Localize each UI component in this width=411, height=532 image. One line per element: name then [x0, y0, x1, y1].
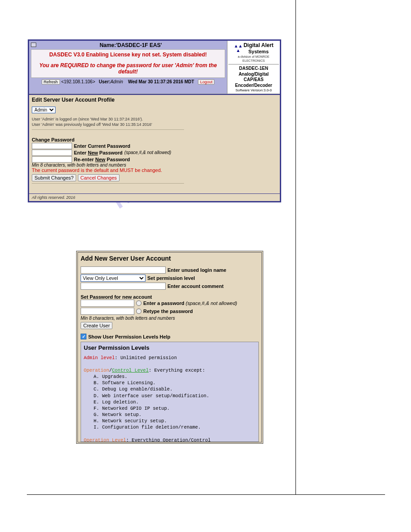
- help-list-item: F. Networked GPIO IP setup.: [94, 405, 256, 412]
- reenter-password-label: Re-enter New Password: [74, 157, 130, 162]
- password-warning: The current password is the default and …: [32, 167, 277, 173]
- add-user-title: Add New Server User Account: [81, 255, 259, 262]
- divider-2: [32, 183, 184, 184]
- new-account-password-input[interactable]: [81, 300, 134, 307]
- submit-button[interactable]: Submit Changes?: [32, 174, 76, 181]
- brand-sub2: a division of MONROE ELECTRONICS: [228, 55, 279, 63]
- operation-level-line: Operation Level: Everything Operation/Co…: [84, 437, 256, 442]
- reenter-password-input[interactable]: [32, 156, 72, 163]
- brand-name: Digital Alert: [244, 42, 274, 48]
- opcontrol-list: A. Upgrades.B. Software Licensing.C. Deb…: [84, 373, 256, 431]
- new-password-hint: (space,#,& not allowed): [124, 150, 171, 155]
- enter-password-hint: (space,#,& not allowed): [186, 300, 237, 306]
- line3: Encoder/Decoder: [228, 83, 279, 89]
- user-value: Admin: [110, 79, 123, 84]
- help-list-item: D. Web interface user setup/modification…: [94, 393, 256, 399]
- show-help-checkbox[interactable]: ✓: [81, 334, 86, 339]
- footer-text: All rights reserved. 2016: [29, 193, 280, 201]
- login-info-1: User 'Admin' is logged on (since 'Wed Ma…: [32, 117, 277, 122]
- status-row: Refresh <192.108.1.106> User:Admin Wed M…: [31, 78, 225, 86]
- vertical-divider: [295, 0, 296, 495]
- edit-user-panel: Name:'DASDEC-1F EAS' DASDEC V3.0 Enablin…: [28, 39, 281, 202]
- help-list-item: A. Upgrades.: [94, 373, 256, 380]
- name-row: Name:'DASDEC-1F EAS': [31, 42, 225, 49]
- divider: [32, 129, 184, 130]
- retype-password-input[interactable]: [81, 308, 134, 315]
- current-password-label: Enter Current Password: [74, 143, 130, 149]
- horizontal-divider: [27, 494, 385, 495]
- refresh-button[interactable]: Refresh: [42, 79, 60, 85]
- brand-sub: Systems: [248, 49, 269, 54]
- password-alert: You are REQUIRED to change the password …: [33, 62, 223, 75]
- password-radio-icon[interactable]: [136, 300, 141, 306]
- line2: CAP/EAS: [228, 77, 279, 83]
- help-list-item: B. Software Licensing.: [94, 380, 256, 386]
- new-password-label: Enter New Password: [74, 150, 123, 155]
- help-list-item: I. Configuration file deletion/rename.: [94, 424, 256, 430]
- brand-panel: ▲▲▲ Digital Alert Systems a division of …: [227, 41, 280, 94]
- brand-logo: ▲▲▲ Digital Alert Systems: [228, 42, 279, 55]
- ip-address: <192.108.1.106>: [61, 79, 95, 84]
- user-select[interactable]: Admin: [32, 107, 56, 113]
- help-list-item: G. Network setup.: [94, 412, 256, 418]
- help-title: User Permission Levels: [84, 344, 256, 352]
- model: DASDEC-1EN: [228, 66, 279, 72]
- device-name: Name:'DASDEC-1F EAS': [99, 42, 162, 48]
- enter-password-label: Enter a password: [143, 300, 186, 306]
- opcontrol-level-line: Operation/Control Level: Everything exce…: [84, 367, 256, 373]
- cancel-button[interactable]: Cancel Changes: [78, 174, 120, 181]
- min-chars-hint: Min 8 characters, with both letters and …: [32, 163, 277, 167]
- permission-select[interactable]: View Only Level: [81, 275, 146, 282]
- panel-header: Name:'DASDEC-1F EAS' DASDEC V3.0 Enablin…: [29, 41, 280, 94]
- header-left: Name:'DASDEC-1F EAS' DASDEC V3.0 Enablin…: [29, 41, 227, 94]
- logout-button[interactable]: Logout: [198, 79, 215, 85]
- panel-body: Edit Server User Account Profile Admin U…: [29, 94, 280, 193]
- min-chars-hint-2: Min 8 characters, with both letters and …: [81, 316, 259, 321]
- change-password-label: Change Password: [32, 137, 277, 142]
- admin-level-line: Admin level: Unlimited permission: [84, 355, 256, 361]
- version: Software Version:3.0-0: [228, 88, 279, 93]
- logo-icon: ▲▲▲: [234, 44, 243, 53]
- alert-box: DASDEC V3.0 Enabling License key not set…: [31, 49, 225, 78]
- user-label: User:: [99, 79, 111, 84]
- product-info: DASDEC-1EN Analog/Digital CAP/EAS Encode…: [228, 64, 279, 93]
- license-alert: DASDEC V3.0 Enabling License key not set…: [33, 51, 223, 58]
- current-password-input[interactable]: [32, 143, 72, 149]
- new-password-input[interactable]: [32, 150, 72, 156]
- help-list-item: C. Debug Log enable/disable.: [94, 386, 256, 392]
- timestamp: Wed Mar 30 11:37:26 2016 MDT: [128, 79, 194, 84]
- set-password-label: Set Password for new account: [81, 294, 259, 300]
- line1: Analog/Digital: [228, 72, 279, 77]
- permission-label: Set permission level: [147, 275, 195, 281]
- retype-password-label: Retype the password: [143, 309, 193, 314]
- login-name-input[interactable]: [81, 266, 166, 274]
- login-info-2: User 'Admin' was previously logged off '…: [32, 122, 277, 128]
- permission-help-box: User Permission Levels Admin level: Unli…: [81, 342, 259, 442]
- help-list-item: E. Log deletion.: [94, 399, 256, 405]
- login-name-label: Enter unused login name: [167, 267, 226, 273]
- comment-label: Enter account comment: [167, 283, 223, 289]
- retype-radio-icon[interactable]: [136, 309, 141, 314]
- show-help-label: Show User Permission Levels Help: [88, 334, 170, 339]
- comment-input[interactable]: [81, 283, 166, 290]
- section-title: Edit Server User Account Profile: [32, 97, 277, 103]
- add-user-panel: Add New Server User Account Enter unused…: [76, 251, 263, 444]
- help-list-item: H. Network security setup.: [94, 418, 256, 424]
- create-user-button[interactable]: Create User: [81, 322, 112, 329]
- menu-icon[interactable]: [31, 43, 36, 47]
